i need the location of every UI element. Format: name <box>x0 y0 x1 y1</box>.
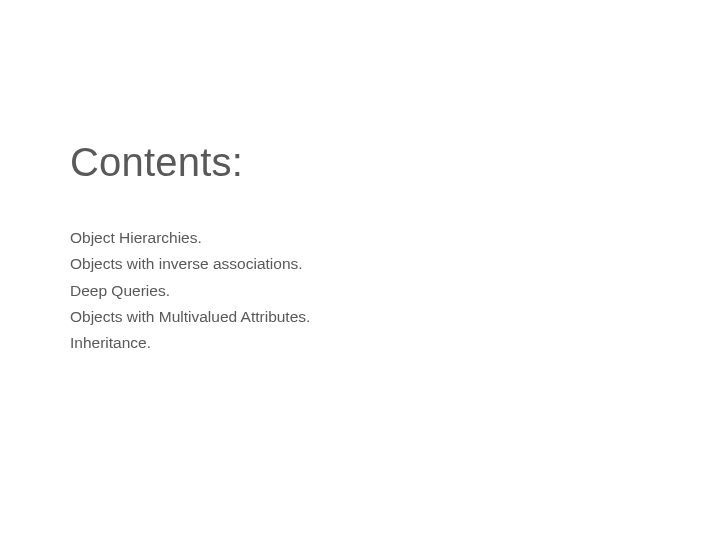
slide-title: Contents: <box>70 140 720 185</box>
slide: Contents: Object Hierarchies. Objects wi… <box>0 0 720 540</box>
list-item: Objects with inverse associations. <box>70 251 720 277</box>
list-item: Object Hierarchies. <box>70 225 720 251</box>
list-item: Deep Queries. <box>70 278 720 304</box>
list-item: Objects with Multivalued Attributes. <box>70 304 720 330</box>
contents-list: Object Hierarchies. Objects with inverse… <box>70 225 720 357</box>
list-item: Inheritance. <box>70 330 720 356</box>
